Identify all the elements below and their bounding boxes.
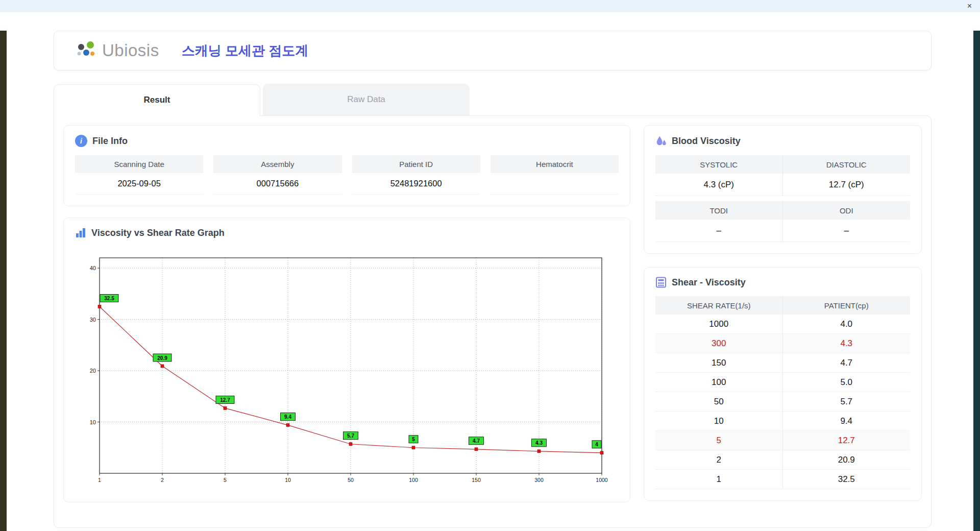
file-info-title: File Info	[92, 136, 128, 147]
file-info-fields: Scanning Date 2025-09-05 Assembly 000715…	[75, 155, 619, 195]
graph-title: Viscosity vs Shear Rate Graph	[91, 228, 225, 238]
svg-text:300: 300	[534, 477, 544, 483]
app-header: Ubiosis 스캐닝 모세관 점도계	[54, 31, 932, 70]
table-row: 10 9.4	[655, 412, 910, 431]
tab-raw-data[interactable]: Raw Data	[263, 84, 470, 115]
table-row: 1 32.5	[655, 470, 910, 489]
todi-value: –	[655, 220, 783, 242]
bv-header-row-1: SYSTOLIC DIASTOLIC	[655, 155, 910, 174]
table-row: 100 5.0	[655, 373, 910, 392]
systolic-value: 4.3 (cP)	[655, 174, 783, 196]
result-panel: i File Info Scanning Date 2025-09-05 Ass…	[54, 115, 932, 528]
odi-value: –	[783, 220, 911, 242]
bv-value-row-1: 4.3 (cP) 12.7 (cP)	[655, 174, 910, 196]
svg-text:4: 4	[595, 442, 598, 447]
tab-bar: Result Raw Data	[54, 84, 932, 115]
svg-text:50: 50	[348, 477, 354, 483]
info-icon: i	[75, 135, 87, 147]
file-info-card: i File Info Scanning Date 2025-09-05 Ass…	[63, 125, 630, 206]
table-row: 300 4.3	[655, 334, 910, 353]
calculator-icon	[655, 277, 667, 288]
svg-text:150: 150	[472, 477, 481, 483]
field-patient-id: Patient ID 52481921600	[352, 155, 480, 195]
svg-text:9.4: 9.4	[284, 414, 291, 420]
svg-text:5.7: 5.7	[347, 433, 354, 439]
ubiosis-logo-icon	[75, 40, 98, 61]
tab-result[interactable]: Result	[54, 84, 260, 116]
bv-header-row-2: TODI ODI	[655, 201, 910, 220]
field-assembly: Assembly 000715666	[213, 155, 341, 195]
svg-text:40: 40	[90, 265, 96, 271]
close-button[interactable]: ×	[964, 1, 975, 11]
right-column: Blood Viscosity SYSTOLIC DIASTOLIC 4.3 (…	[644, 125, 922, 518]
svg-text:30: 30	[90, 317, 96, 323]
blood-viscosity-title: Blood Viscosity	[672, 136, 741, 147]
svg-text:5: 5	[412, 437, 415, 442]
svg-text:4.3: 4.3	[535, 440, 543, 446]
desktop-background: Ubiosis 스캐닝 모세관 점도계 Result Raw Data i Fi…	[0, 31, 980, 531]
svg-text:12.7: 12.7	[220, 397, 230, 403]
diastolic-value: 12.7 (cP)	[783, 174, 911, 196]
table-row: 2 20.9	[655, 450, 910, 470]
title-bar: ×	[0, 0, 980, 12]
droplet-icon	[655, 135, 667, 147]
viscosity-graph-card: Viscosity vs Shear Rate Graph 1020304012…	[63, 218, 630, 502]
bv-value-row-2: – –	[655, 220, 910, 242]
shear-viscosity-title: Shear - Viscosity	[672, 277, 746, 288]
left-column: i File Info Scanning Date 2025-09-05 Ass…	[63, 125, 630, 518]
ubiosis-logo-text: Ubiosis	[102, 41, 159, 60]
sv-table-header: SHEAR RATE(1/s) PATIENT(cp)	[655, 296, 910, 315]
field-hematocrit: Hematocrit	[491, 155, 619, 195]
svg-text:20: 20	[90, 368, 96, 374]
blood-viscosity-card: Blood Viscosity SYSTOLIC DIASTOLIC 4.3 (…	[644, 125, 922, 254]
table-row: 150 4.7	[655, 353, 910, 373]
shear-viscosity-card: Shear - Viscosity SHEAR RATE(1/s) PATIEN…	[644, 267, 922, 501]
svg-text:10: 10	[285, 477, 291, 483]
svg-text:1: 1	[98, 477, 101, 483]
field-scanning-date: Scanning Date 2025-09-05	[75, 155, 203, 195]
table-row: 1000 4.0	[655, 315, 910, 334]
svg-text:10: 10	[90, 419, 96, 425]
svg-text:20.9: 20.9	[157, 355, 167, 361]
svg-text:4.7: 4.7	[473, 438, 480, 444]
svg-text:1000: 1000	[596, 477, 608, 483]
viscosity-chart: 102030401251050100150300100032.520.912.7…	[75, 247, 619, 491]
svg-text:2: 2	[161, 477, 164, 483]
page-title: 스캐닝 모세관 점도계	[182, 42, 308, 60]
svg-text:32.5: 32.5	[104, 296, 114, 301]
bar-chart-icon	[75, 227, 86, 238]
app-window: Ubiosis 스캐닝 모세관 점도계 Result Raw Data i Fi…	[7, 31, 973, 531]
table-row: 5 12.7	[655, 431, 910, 450]
svg-text:100: 100	[409, 477, 418, 483]
ubiosis-logo: Ubiosis	[75, 40, 159, 61]
svg-text:5: 5	[224, 477, 227, 483]
table-row: 50 5.7	[655, 392, 910, 412]
